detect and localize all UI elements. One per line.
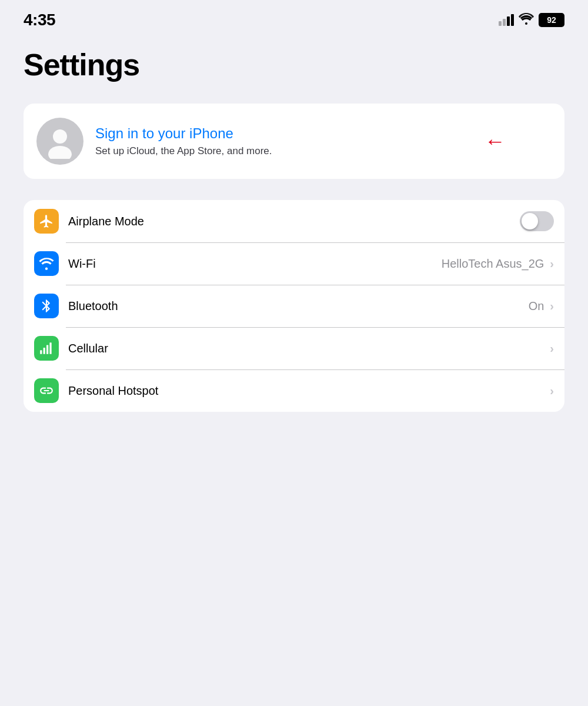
hotspot-label: Personal Hotspot [68,384,549,398]
wifi-label: Wi-Fi [68,257,442,271]
airplane-mode-icon [34,209,59,234]
status-icons: 92 [499,13,564,28]
signal-icon [499,14,514,26]
svg-rect-5 [49,342,51,354]
hotspot-icon [34,378,59,403]
wifi-chevron: › [550,257,554,271]
signal-bar-2 [503,19,506,26]
bluetooth-chevron: › [550,299,554,313]
svg-point-0 [53,129,67,144]
battery-indicator: 92 [539,13,564,27]
hotspot-chevron: › [550,384,554,398]
main-content: Settings Sign in to your iPhone Set up i… [0,35,588,435]
airplane-mode-label: Airplane Mode [68,215,520,228]
settings-group: Airplane Mode Wi-Fi HelloTech Asus_2G › [24,200,564,412]
red-arrow-icon: ← [485,131,506,152]
cellular-chevron: › [550,342,554,355]
page-title: Settings [24,47,564,82]
status-bar: 4:35 92 [0,0,588,35]
cellular-label: Cellular [68,342,549,355]
airplane-mode-toggle[interactable] [520,211,554,231]
signin-card[interactable]: Sign in to your iPhone Set up iCloud, th… [24,104,564,179]
wifi-value: HelloTech Asus_2G [442,257,544,271]
svg-point-1 [48,146,72,159]
signal-bar-4 [511,14,514,26]
signin-text-group: Sign in to your iPhone Set up iCloud, th… [95,125,272,157]
bluetooth-value: On [529,299,544,313]
settings-row-wifi[interactable]: Wi-Fi HelloTech Asus_2G › [24,242,564,285]
bluetooth-icon [34,294,59,318]
wifi-status-icon [519,13,534,28]
svg-rect-3 [44,348,45,354]
settings-row-bluetooth[interactable]: Bluetooth On › [24,285,564,327]
signal-bar-3 [507,16,510,26]
signal-bar-1 [499,21,502,26]
avatar-icon [42,124,78,159]
toggle-knob [522,213,538,229]
status-time: 4:35 [24,11,55,29]
wifi-icon [34,251,59,276]
signin-title: Sign in to your iPhone [95,125,272,142]
signin-subtitle: Set up iCloud, the App Store, and more. [95,145,272,157]
settings-row-cellular[interactable]: Cellular › [24,327,564,369]
settings-row-airplane-mode[interactable]: Airplane Mode [24,200,564,242]
avatar [36,118,83,165]
cellular-icon [34,336,59,361]
bluetooth-label: Bluetooth [68,299,529,313]
svg-rect-2 [40,350,42,354]
svg-rect-4 [46,345,48,354]
settings-row-hotspot[interactable]: Personal Hotspot › [24,369,564,412]
